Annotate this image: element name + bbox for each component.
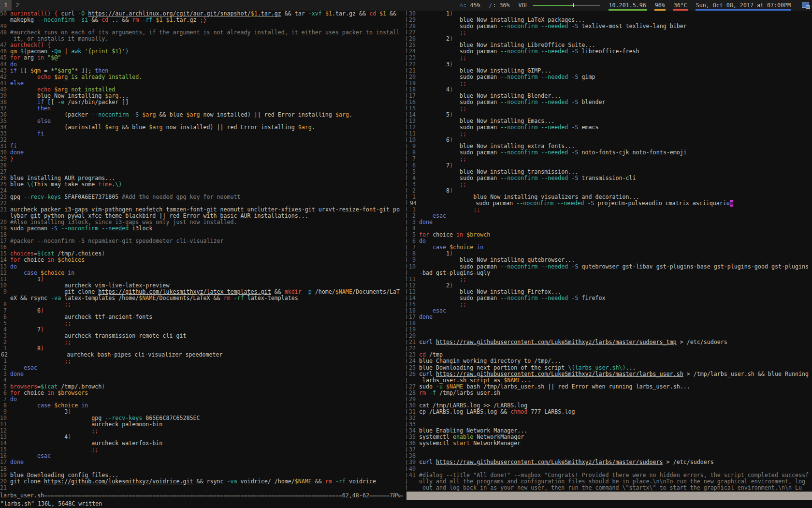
code-line: 20git clone https://github.com/lukesmith… xyxy=(0,478,405,485)
datetime-module: Sun, Oct 08, 2017 at 07:00PM xyxy=(696,0,791,11)
code-line: 17#packer --noconfirm -S ncpamixer-git s… xyxy=(0,238,405,244)
code-line: 2 esac xyxy=(0,365,405,371)
code-line: 24 sudo pacman --noconfirm --needed -S l… xyxy=(409,48,812,55)
line-number: 1 xyxy=(0,358,10,364)
code-line: 19 xyxy=(409,327,812,333)
code-line: 19 ;; xyxy=(409,80,812,87)
line-number: 48 xyxy=(0,30,10,36)
line-number: 14 xyxy=(0,257,10,263)
code-line: 12 case $choice in xyxy=(0,270,405,276)
line-number: 10 xyxy=(0,283,10,289)
monitor-icon[interactable] xyxy=(802,2,810,9)
code-line: 6for choice in $browsers xyxy=(0,390,405,396)
line-number: 23 xyxy=(0,194,10,200)
code-line: 11 ;; xyxy=(409,131,812,137)
line-number: 10 xyxy=(409,264,419,270)
line-number: 5 xyxy=(409,169,419,175)
code-line: 36 (packer --noconfirm -S $arg && blue $… xyxy=(0,112,405,118)
code-line: 12 sudo pacman --noconfirm --needed -S e… xyxy=(409,124,812,131)
code-line: makepkg --noconfirm -si && cd .. && rm -… xyxy=(0,17,405,23)
line-number: 40 xyxy=(409,466,419,472)
line-number: 44 xyxy=(0,61,10,68)
code-line: 16 esac xyxy=(409,308,812,314)
volume-track xyxy=(574,5,600,6)
line-number: 25 xyxy=(0,181,10,188)
volume-slider[interactable] xyxy=(533,3,600,8)
line-number: 30 xyxy=(409,403,419,409)
volume-module[interactable]: VOL xyxy=(518,0,601,11)
line-number: 13 xyxy=(409,289,419,295)
line-number: 13 xyxy=(0,264,10,270)
code-line: 17done xyxy=(0,459,405,465)
volume-fill xyxy=(533,5,573,6)
workspace-2[interactable]: 2 xyxy=(12,0,23,11)
code-line: 36systemctl start NetworkManager xyxy=(409,440,812,447)
statusline-row: larbs_user.sh===========================… xyxy=(0,492,812,500)
line-number: 41 xyxy=(0,80,10,87)
monitor-screen-overlay xyxy=(806,5,810,9)
line-number: 2 xyxy=(409,188,419,194)
workspace-1[interactable]: 1 xyxy=(0,0,12,11)
ip-label: 10.201.5.96 xyxy=(609,2,646,9)
code-line: 38 if [[ -e /usr/bin/packer ]] xyxy=(0,99,405,105)
code-line: 15 ;; xyxy=(409,301,812,308)
code-line: 1 ;; xyxy=(0,358,405,364)
root-partition-icon: / xyxy=(489,2,493,9)
code-line: 5for choice in $browch xyxy=(409,232,812,238)
line-number: 24 xyxy=(0,188,10,194)
home-icon: ⌂ xyxy=(459,2,463,9)
home-usage-label: : 45% xyxy=(463,2,480,9)
line-number: 18 xyxy=(0,466,10,472)
line-number: 8 xyxy=(0,301,10,308)
code-line: 3 ;; xyxy=(409,181,812,188)
bar-modules: ⌂ : 45% / : 36% VOL 10.201.5.96 96% 36°C xyxy=(459,0,810,11)
code-line: 21curl https://raw.githubusercontent.com… xyxy=(409,339,812,345)
code-line: 34 (aurinstall $arg && blue $arg now ins… xyxy=(0,124,405,131)
code-line: 20 sudo pacman --noconfirm --needed -S g… xyxy=(409,74,812,80)
line-number: 17 xyxy=(409,93,419,99)
code-line: 2 esac xyxy=(409,213,812,219)
code-line: 23 ;; xyxy=(409,55,812,61)
code-line: 3done xyxy=(409,219,812,225)
code-line: 1 ;; xyxy=(409,207,812,213)
right-pane-larbs-sh[interactable]: 30 1)29 blue Now installing LaTeX packag… xyxy=(409,11,812,492)
line-number: 22 xyxy=(0,200,10,207)
vim-editor: 50aurinstall() { curl -O https://aur.arc… xyxy=(0,11,812,492)
line-number: 42 xyxy=(0,74,10,80)
code-line: 21 xyxy=(0,485,405,491)
code-line: 28 xyxy=(0,163,405,169)
line-number: 11 xyxy=(409,276,419,283)
line-number: 14 xyxy=(409,295,419,301)
code-line: 14 sudo pacman --noconfirm --needed -S f… xyxy=(409,295,812,301)
line-number: 41 xyxy=(409,472,419,478)
line-number: 19 xyxy=(0,472,10,478)
code-line: 11 ;; xyxy=(409,276,812,283)
code-line: 32 xyxy=(0,137,405,143)
window-separator[interactable] xyxy=(406,11,407,492)
line-number: 6 xyxy=(409,163,419,169)
line-number: 9 xyxy=(409,257,419,263)
line-number: 29 xyxy=(0,156,10,162)
line-number: 9 xyxy=(0,289,10,295)
code-line: 17done xyxy=(409,314,812,320)
line-number: 25 xyxy=(409,365,419,371)
code-line: 42 echo $arg is already installed. xyxy=(0,74,405,80)
code-line: 16 esac xyxy=(0,453,405,459)
code-line: out and log back in as your new user, th… xyxy=(409,485,812,491)
line-number: 2 xyxy=(0,365,10,371)
temperature-label: 36°C xyxy=(674,2,687,9)
line-number: 7 xyxy=(409,156,419,162)
code-line: 16 sudo pacman --noconfirm --needed -S b… xyxy=(409,99,812,105)
root-usage-module: / : 36% xyxy=(489,0,510,11)
left-pane-larbs-user-sh[interactable]: 50aurinstall() { curl -O https://aur.arc… xyxy=(0,11,405,492)
line-number: 27 xyxy=(409,384,419,390)
code-line: 14for choice in $choices xyxy=(0,257,405,263)
code-line: 7 case $choice in xyxy=(409,244,812,251)
line-number: 18 xyxy=(409,87,419,93)
line-number: 1 xyxy=(409,194,419,200)
code-line: -bad gst-plugins-ugly xyxy=(409,270,812,276)
code-line: 15 ;; xyxy=(0,447,405,453)
line-number: 20 xyxy=(409,74,419,80)
code-line: 28 sudo pacman --noconfirm --needed -S t… xyxy=(409,23,812,30)
line-number: 43 xyxy=(0,68,10,74)
